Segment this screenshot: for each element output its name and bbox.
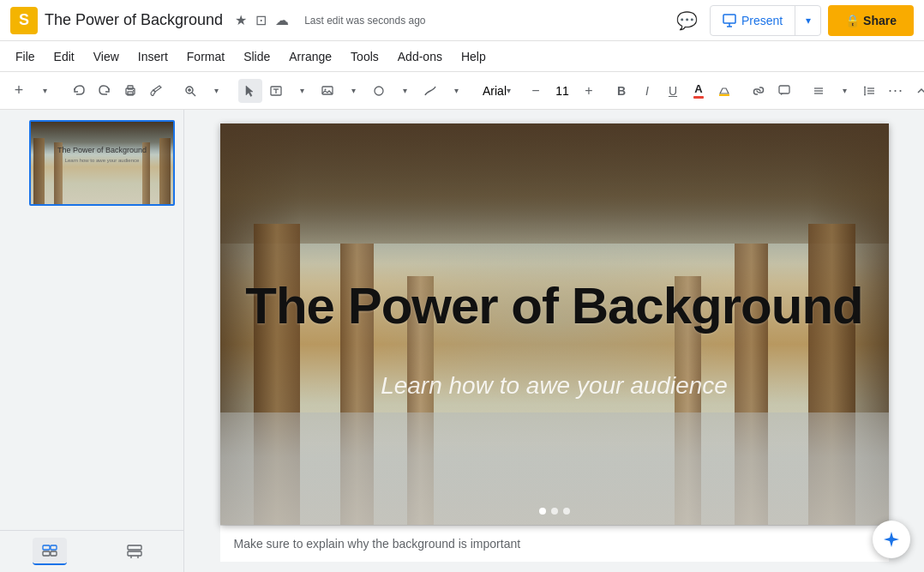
print-button[interactable] <box>118 79 142 103</box>
doc-title: The Power of Background <box>45 11 223 29</box>
text-color-button[interactable]: A <box>687 79 711 103</box>
new-slide-button[interactable]: + <box>7 79 31 103</box>
title-icons: ★ ⊡ ☁ <box>233 10 291 30</box>
font-size-increase-button[interactable]: + <box>579 79 599 103</box>
line-spacing-button[interactable] <box>858 79 882 103</box>
new-slide-dropdown[interactable]: ▾ <box>33 79 57 103</box>
grid-view-button[interactable] <box>117 538 152 565</box>
underline-button[interactable]: U <box>661 79 685 103</box>
lines-button[interactable] <box>418 79 442 103</box>
undo-button[interactable] <box>67 79 91 103</box>
svg-rect-27 <box>51 545 57 550</box>
toolbar-collapse-button[interactable] <box>909 79 924 103</box>
svg-line-8 <box>192 93 195 96</box>
font-size-decrease-button[interactable]: − <box>525 79 546 103</box>
comment-button[interactable]: 💬 <box>672 5 703 36</box>
shapes-dropdown[interactable]: ▾ <box>393 79 417 103</box>
redo-icon <box>98 84 111 98</box>
bold-button[interactable]: B <box>609 79 633 103</box>
italic-button[interactable]: I <box>635 79 659 103</box>
last-edit-label: Last edit was seconds ago <box>304 15 425 27</box>
comment-insert-button[interactable] <box>772 79 796 103</box>
cursor-tool-button[interactable] <box>238 79 262 103</box>
folder-icon[interactable]: ⊡ <box>254 10 268 30</box>
font-name: Arial <box>483 84 507 98</box>
link-icon <box>752 84 765 98</box>
menu-bar: File Edit View Insert Format Slide Arran… <box>0 41 924 72</box>
zoom-button[interactable] <box>178 79 202 103</box>
nav-dot-1[interactable] <box>539 508 546 515</box>
image-icon <box>321 84 334 98</box>
cursor-icon <box>243 84 257 98</box>
font-size-input[interactable] <box>547 79 578 103</box>
menu-format[interactable]: Format <box>178 46 233 67</box>
align-icon <box>812 84 825 98</box>
font-dropdown-icon: ▾ <box>507 86 511 95</box>
svg-rect-0 <box>723 15 735 23</box>
list-view-icon <box>41 542 58 559</box>
present-main-button[interactable]: Present <box>711 6 795 35</box>
textbox-dropdown[interactable]: ▾ <box>290 79 314 103</box>
menu-arrange[interactable]: Arrange <box>280 46 340 67</box>
zoom-dropdown[interactable]: ▾ <box>204 79 228 103</box>
svg-rect-5 <box>128 92 133 95</box>
shapes-button[interactable] <box>367 79 391 103</box>
menu-view[interactable]: View <box>85 46 128 67</box>
thumb-title: The Power of Background <box>39 146 165 154</box>
align-dropdown[interactable]: ▾ <box>832 79 856 103</box>
align-button[interactable] <box>807 79 831 103</box>
text-color-icon: A <box>693 82 704 99</box>
star-icon[interactable]: ★ <box>233 10 249 30</box>
svg-rect-29 <box>51 551 57 556</box>
print-icon <box>123 84 137 98</box>
present-label: Present <box>741 14 783 27</box>
link-button[interactable] <box>747 79 771 103</box>
zoom-icon <box>183 84 197 98</box>
menu-edit[interactable]: Edit <box>45 46 83 67</box>
svg-point-16 <box>375 87 383 95</box>
menu-tools[interactable]: Tools <box>342 46 387 67</box>
title-bar: S The Power of Background ★ ⊡ ☁ Last edi… <box>0 0 924 41</box>
slide-subtitle-text[interactable]: Learn how to awe your audience <box>381 372 728 400</box>
ai-assist-button[interactable] <box>873 521 910 558</box>
slide-thumbnail[interactable]: The Power of Background Learn how to awe… <box>29 120 175 206</box>
speaker-notes-text: Make sure to explain why the background … <box>234 537 521 551</box>
nav-dot-3[interactable] <box>563 508 570 515</box>
share-button[interactable]: 🔒 Share <box>828 5 914 36</box>
menu-file[interactable]: File <box>7 46 44 67</box>
font-selector[interactable]: Arial ▾ <box>478 79 515 103</box>
comment-icon <box>777 84 791 98</box>
speaker-notes: Make sure to explain why the background … <box>220 525 889 562</box>
slide-thumbnail-inner: The Power of Background Learn how to awe… <box>31 122 173 204</box>
menu-addons[interactable]: Add-ons <box>389 46 451 67</box>
list-view-button[interactable] <box>33 538 67 565</box>
image-dropdown[interactable]: ▾ <box>341 79 365 103</box>
lines-icon <box>423 84 437 98</box>
slide-title-text[interactable]: The Power of Background <box>245 276 862 335</box>
slide-canvas[interactable]: The Power of Background Learn how to awe… <box>220 123 889 525</box>
lines-dropdown[interactable]: ▾ <box>444 79 468 103</box>
svg-rect-4 <box>128 86 133 89</box>
present-icon <box>723 14 736 27</box>
highlight-color-button[interactable] <box>712 79 736 103</box>
svg-marker-34 <box>884 532 899 547</box>
svg-rect-6 <box>133 90 135 92</box>
present-dropdown-button[interactable]: ▾ <box>795 6 820 35</box>
toolbar: + ▾ ▾ ▾ ▾ ▾ ▾ Arial ▾ <box>0 72 924 110</box>
redo-button[interactable] <box>93 79 117 103</box>
paint-button[interactable] <box>144 79 168 103</box>
textbox-icon <box>269 84 283 98</box>
more-options-button[interactable]: ··· <box>884 79 908 103</box>
main-area: 1 The Power of Background Learn how to a… <box>0 110 924 572</box>
textbox-button[interactable] <box>264 79 288 103</box>
cloud-icon[interactable]: ☁ <box>273 10 291 30</box>
slides-panel-bottom <box>0 530 183 572</box>
svg-rect-28 <box>43 551 50 556</box>
image-button[interactable] <box>315 79 339 103</box>
canvas-area: The Power of Background Learn how to awe… <box>184 110 924 572</box>
menu-insert[interactable]: Insert <box>129 46 177 67</box>
menu-slide[interactable]: Slide <box>235 46 279 67</box>
nav-dot-2[interactable] <box>551 508 558 515</box>
svg-point-15 <box>325 88 327 90</box>
menu-help[interactable]: Help <box>453 46 495 67</box>
